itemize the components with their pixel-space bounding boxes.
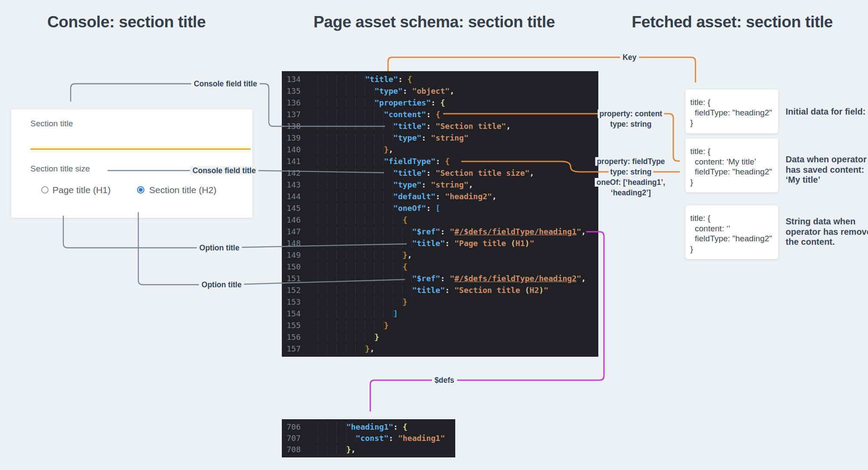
code-line-154: 154] <box>282 308 598 319</box>
console-form-card: Section title Section title size Page ti… <box>11 109 252 218</box>
line-number: 155 <box>282 321 309 330</box>
code-line-155: 155} <box>282 319 598 331</box>
line-number: 134 <box>282 75 309 84</box>
line-number: 147 <box>282 227 309 236</box>
radio-2-selected[interactable] <box>137 186 144 194</box>
line-number: 145 <box>282 204 309 213</box>
title-size-radio-group: Page title (H1)Section title (H2) <box>11 109 252 218</box>
code-line-149: 149}, <box>282 249 598 261</box>
code-line-708: 708}, <box>282 444 455 455</box>
label-defs: $defs <box>432 376 457 385</box>
diagram-canvas: Console: section title Page asset schema… <box>0 0 868 470</box>
code-line-145: 145"oneOf": [ <box>282 202 598 214</box>
line-number: 144 <box>282 192 309 201</box>
line-number: 141 <box>282 157 309 166</box>
annotation-fieldtype-property: property: fieldTypetype: stringoneOf: [‘… <box>595 156 667 198</box>
code-line-151: 151"$ref": "#/$defs/fieldType/heading2", <box>282 273 598 284</box>
code-line-152: 152"title": "Section title (H2)" <box>282 284 598 296</box>
desc-initial-data: Initial data for field: title <box>786 107 868 117</box>
code-line-144: 144"default": "heading2", <box>282 191 598 202</box>
code-line-147: 147"$ref": "#/$defs/fieldType/heading1", <box>282 226 598 237</box>
code-line-140: 140}, <box>282 144 598 155</box>
code-line-142: 142"title": "Section title size", <box>282 167 598 179</box>
schema-ref-link[interactable]: #/$defs/fieldType/heading2 <box>454 274 577 283</box>
radio-label-1[interactable]: Page title (H1) <box>52 185 111 195</box>
line-number: 140 <box>282 145 309 154</box>
code-line-143: 143"type": "string", <box>282 179 598 191</box>
annotation-content-property: property: contenttype: string <box>598 108 664 129</box>
line-number: 152 <box>282 286 309 295</box>
line-number: 153 <box>282 297 309 306</box>
line-number: 150 <box>282 262 309 271</box>
radio-label-2[interactable]: Section title (H2) <box>149 185 216 195</box>
wire-option2-to-radio <box>138 212 203 285</box>
defs-code-block: 706"heading1": {707"const": "heading1"70… <box>282 419 455 457</box>
schema-ref-link[interactable]: #/$defs/fieldType/heading1 <box>454 227 577 236</box>
radio-1[interactable] <box>41 186 49 194</box>
code-line-134: 134"title": { <box>282 73 598 85</box>
heading-console: Console: section title <box>47 13 206 31</box>
wire-option1-to-radio <box>63 216 200 248</box>
line-number: 138 <box>282 122 309 131</box>
line-number: 157 <box>282 344 309 353</box>
line-number: 156 <box>282 332 309 342</box>
code-line-141: 141"fieldType": { <box>282 155 598 167</box>
line-number: 706 <box>282 422 309 431</box>
line-number: 151 <box>282 274 309 283</box>
code-line-139: 139"type": "string" <box>282 132 598 144</box>
code-line-150: 150{ <box>282 261 598 273</box>
line-number: 708 <box>282 445 309 454</box>
line-number: 154 <box>282 309 309 318</box>
line-number: 146 <box>282 215 309 224</box>
code-line-146: 146{ <box>282 214 598 226</box>
line-number: 143 <box>282 180 309 189</box>
heading-fetched: Fetched asset: section title <box>632 13 833 31</box>
code-line-157: 157}, <box>282 343 598 355</box>
desc-saved-data: Data when operatorhas saved content:‘My … <box>786 154 867 185</box>
code-line-148: 148"title": "Page title (H1)" <box>282 237 598 249</box>
desc-removed-data: String data whenoperator has removedthe … <box>786 217 868 247</box>
line-number: 149 <box>282 250 309 260</box>
line-number: 136 <box>282 98 309 107</box>
code-line-138: 138"title": "Section title", <box>282 120 598 132</box>
code-line-135: 135"type": "object", <box>282 85 598 97</box>
line-number: 148 <box>282 239 309 248</box>
label-console-field-title-1: Console field title <box>191 79 260 89</box>
code-line-706: 706"heading1": { <box>282 421 455 432</box>
schema-code-block: 134"title": {135"type": "object",136"pro… <box>282 71 598 357</box>
code-line-156: 156} <box>282 331 598 343</box>
label-console-field-title-2: Console field title <box>190 166 258 175</box>
line-number: 707 <box>282 434 309 443</box>
fetched-card-saved: title: { content: ‘My title’ fieldType: … <box>685 138 778 192</box>
code-line-153: 153} <box>282 296 598 308</box>
line-number: 137 <box>282 110 309 119</box>
code-line-136: 136"properties": { <box>282 97 598 108</box>
fetched-card-initial: title: { fieldType: "heading2"} <box>685 89 778 133</box>
line-number: 139 <box>282 133 309 142</box>
heading-schema: Page asset schema: section title <box>313 13 555 31</box>
code-line-137: 137"content": { <box>282 108 598 120</box>
label-key: Key <box>620 53 639 62</box>
fetched-card-removed: title: { content: ‘’ fieldType: "heading… <box>685 205 778 259</box>
code-line-707: 707"const": "heading1" <box>282 432 455 444</box>
line-number: 135 <box>282 86 309 95</box>
label-option-title-1: Option title <box>197 243 242 253</box>
line-number: 142 <box>282 168 309 177</box>
label-option-title-2: Option title <box>199 280 244 289</box>
wire-field1-to-console <box>71 84 196 102</box>
